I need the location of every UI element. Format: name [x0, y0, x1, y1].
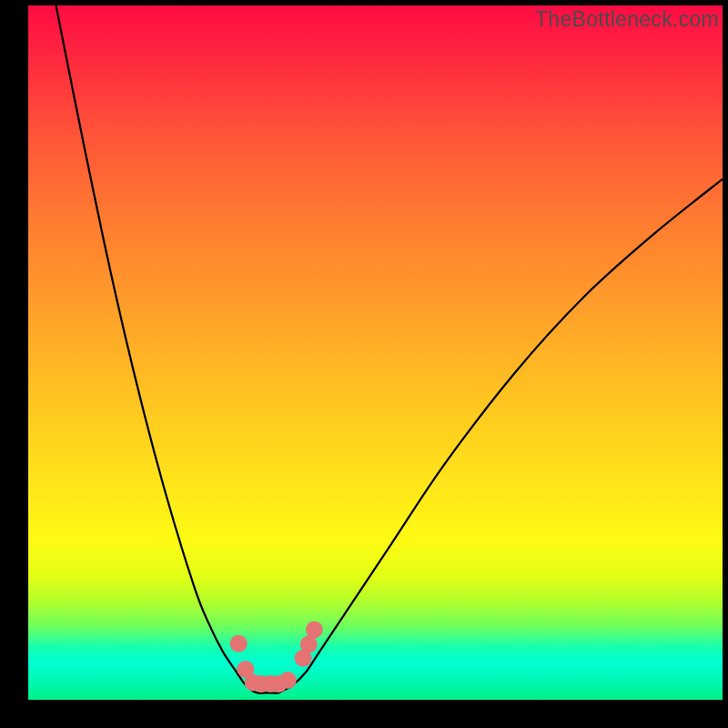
curve-marker	[306, 621, 323, 638]
curve-marker	[230, 635, 248, 652]
curve-marker	[279, 672, 297, 689]
bottleneck-chart	[28, 5, 723, 700]
bottleneck-curve-line	[56, 5, 723, 693]
